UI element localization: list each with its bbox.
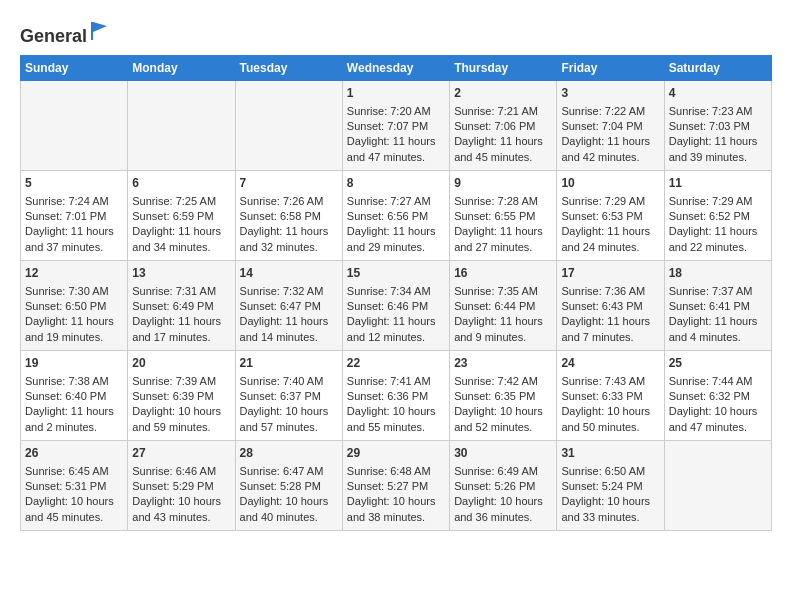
day-number: 1 (347, 85, 445, 102)
calendar-cell: 24Sunrise: 7:43 AMSunset: 6:33 PMDayligh… (557, 350, 664, 440)
calendar-cell: 2Sunrise: 7:21 AMSunset: 7:06 PMDaylight… (450, 80, 557, 170)
calendar-cell: 9Sunrise: 7:28 AMSunset: 6:55 PMDaylight… (450, 170, 557, 260)
day-number: 30 (454, 445, 552, 462)
day-info: Daylight: 11 hours and 22 minutes. (669, 224, 767, 255)
weekday-header-friday: Friday (557, 55, 664, 80)
day-info: Sunset: 6:39 PM (132, 389, 230, 404)
day-number: 2 (454, 85, 552, 102)
day-number: 7 (240, 175, 338, 192)
day-info: Daylight: 11 hours and 32 minutes. (240, 224, 338, 255)
day-info: Sunset: 6:41 PM (669, 299, 767, 314)
day-number: 24 (561, 355, 659, 372)
day-number: 23 (454, 355, 552, 372)
day-info: Sunrise: 7:22 AM (561, 104, 659, 119)
day-number: 11 (669, 175, 767, 192)
day-info: Sunset: 7:04 PM (561, 119, 659, 134)
calendar-week-row: 26Sunrise: 6:45 AMSunset: 5:31 PMDayligh… (21, 440, 772, 530)
day-info: Sunrise: 7:35 AM (454, 284, 552, 299)
day-info: Sunrise: 7:31 AM (132, 284, 230, 299)
day-info: Sunset: 6:44 PM (454, 299, 552, 314)
day-info: Sunrise: 7:41 AM (347, 374, 445, 389)
calendar-cell: 7Sunrise: 7:26 AMSunset: 6:58 PMDaylight… (235, 170, 342, 260)
day-info: Sunrise: 6:48 AM (347, 464, 445, 479)
day-info: Daylight: 10 hours and 33 minutes. (561, 494, 659, 525)
day-info: Daylight: 11 hours and 7 minutes. (561, 314, 659, 345)
day-info: Sunrise: 7:28 AM (454, 194, 552, 209)
day-number: 4 (669, 85, 767, 102)
calendar-cell: 14Sunrise: 7:32 AMSunset: 6:47 PMDayligh… (235, 260, 342, 350)
day-info: Daylight: 11 hours and 42 minutes. (561, 134, 659, 165)
calendar-cell: 29Sunrise: 6:48 AMSunset: 5:27 PMDayligh… (342, 440, 449, 530)
day-number: 17 (561, 265, 659, 282)
day-info: Daylight: 11 hours and 37 minutes. (25, 224, 123, 255)
weekday-header-wednesday: Wednesday (342, 55, 449, 80)
calendar-cell: 30Sunrise: 6:49 AMSunset: 5:26 PMDayligh… (450, 440, 557, 530)
calendar-cell (21, 80, 128, 170)
weekday-header-row: SundayMondayTuesdayWednesdayThursdayFrid… (21, 55, 772, 80)
day-info: Daylight: 11 hours and 17 minutes. (132, 314, 230, 345)
day-info: Sunrise: 7:37 AM (669, 284, 767, 299)
day-number: 20 (132, 355, 230, 372)
day-number: 18 (669, 265, 767, 282)
day-info: Sunset: 6:43 PM (561, 299, 659, 314)
calendar-cell: 18Sunrise: 7:37 AMSunset: 6:41 PMDayligh… (664, 260, 771, 350)
day-info: Sunset: 7:01 PM (25, 209, 123, 224)
day-info: Daylight: 10 hours and 36 minutes. (454, 494, 552, 525)
day-info: Sunset: 6:52 PM (669, 209, 767, 224)
day-number: 16 (454, 265, 552, 282)
calendar-cell: 28Sunrise: 6:47 AMSunset: 5:28 PMDayligh… (235, 440, 342, 530)
calendar-cell: 15Sunrise: 7:34 AMSunset: 6:46 PMDayligh… (342, 260, 449, 350)
calendar-cell: 31Sunrise: 6:50 AMSunset: 5:24 PMDayligh… (557, 440, 664, 530)
day-info: Sunrise: 7:29 AM (669, 194, 767, 209)
day-number: 8 (347, 175, 445, 192)
day-number: 3 (561, 85, 659, 102)
day-info: Sunset: 5:29 PM (132, 479, 230, 494)
calendar-cell: 16Sunrise: 7:35 AMSunset: 6:44 PMDayligh… (450, 260, 557, 350)
day-info: Daylight: 11 hours and 45 minutes. (454, 134, 552, 165)
day-info: Sunset: 6:36 PM (347, 389, 445, 404)
calendar-table: SundayMondayTuesdayWednesdayThursdayFrid… (20, 55, 772, 531)
day-info: Sunrise: 7:34 AM (347, 284, 445, 299)
calendar-cell: 1Sunrise: 7:20 AMSunset: 7:07 PMDaylight… (342, 80, 449, 170)
day-number: 27 (132, 445, 230, 462)
day-info: Sunrise: 7:29 AM (561, 194, 659, 209)
day-info: Sunset: 6:40 PM (25, 389, 123, 404)
day-number: 12 (25, 265, 123, 282)
day-info: Sunset: 6:53 PM (561, 209, 659, 224)
calendar-cell: 26Sunrise: 6:45 AMSunset: 5:31 PMDayligh… (21, 440, 128, 530)
calendar-cell: 6Sunrise: 7:25 AMSunset: 6:59 PMDaylight… (128, 170, 235, 260)
weekday-header-tuesday: Tuesday (235, 55, 342, 80)
day-info: Sunset: 6:56 PM (347, 209, 445, 224)
logo: General (20, 20, 111, 45)
day-info: Sunrise: 7:38 AM (25, 374, 123, 389)
calendar-cell: 27Sunrise: 6:46 AMSunset: 5:29 PMDayligh… (128, 440, 235, 530)
day-info: Sunrise: 7:40 AM (240, 374, 338, 389)
day-info: Daylight: 11 hours and 14 minutes. (240, 314, 338, 345)
day-info: Sunrise: 7:20 AM (347, 104, 445, 119)
day-info: Daylight: 11 hours and 9 minutes. (454, 314, 552, 345)
day-info: Sunrise: 6:47 AM (240, 464, 338, 479)
day-info: Sunset: 5:28 PM (240, 479, 338, 494)
day-info: Sunrise: 7:21 AM (454, 104, 552, 119)
day-info: Daylight: 10 hours and 59 minutes. (132, 404, 230, 435)
calendar-cell: 20Sunrise: 7:39 AMSunset: 6:39 PMDayligh… (128, 350, 235, 440)
day-info: Sunrise: 7:43 AM (561, 374, 659, 389)
day-info: Daylight: 10 hours and 52 minutes. (454, 404, 552, 435)
day-number: 25 (669, 355, 767, 372)
weekday-header-monday: Monday (128, 55, 235, 80)
calendar-cell: 21Sunrise: 7:40 AMSunset: 6:37 PMDayligh… (235, 350, 342, 440)
day-info: Daylight: 11 hours and 34 minutes. (132, 224, 230, 255)
day-info: Sunset: 5:27 PM (347, 479, 445, 494)
day-info: Sunrise: 7:26 AM (240, 194, 338, 209)
day-info: Sunset: 6:58 PM (240, 209, 338, 224)
calendar-cell: 22Sunrise: 7:41 AMSunset: 6:36 PMDayligh… (342, 350, 449, 440)
day-info: Daylight: 10 hours and 47 minutes. (669, 404, 767, 435)
weekday-header-sunday: Sunday (21, 55, 128, 80)
day-info: Daylight: 11 hours and 12 minutes. (347, 314, 445, 345)
day-info: Sunrise: 7:23 AM (669, 104, 767, 119)
day-number: 19 (25, 355, 123, 372)
day-info: Sunrise: 7:25 AM (132, 194, 230, 209)
weekday-header-saturday: Saturday (664, 55, 771, 80)
day-number: 13 (132, 265, 230, 282)
calendar-cell (128, 80, 235, 170)
